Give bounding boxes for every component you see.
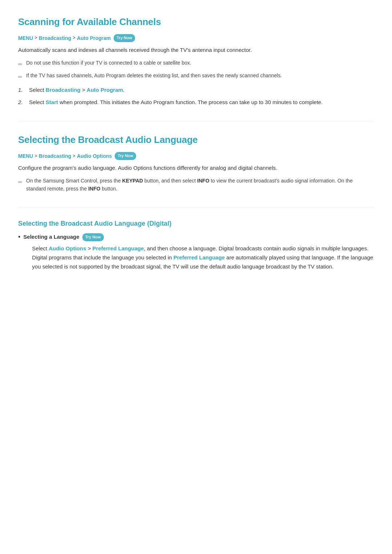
bullet-text-1: Selecting a Language Try Now Select Audi… xyxy=(23,233,374,271)
info-label-1: INFO xyxy=(197,178,209,184)
note-item-3: On the Samsung Smart Control, press the … xyxy=(18,177,374,193)
breadcrumb-broadcasting: Broadcasting xyxy=(39,34,71,42)
section-divider-1 xyxy=(18,121,374,122)
section2-breadcrumb: MENU > Broadcasting > Audio Options Try … xyxy=(18,152,374,160)
preferred-language-link-2: Preferred Language xyxy=(173,254,225,260)
section2-notes: On the Samsung Smart Control, press the … xyxy=(18,177,374,193)
section1-title: Scanning for Available Channels xyxy=(18,15,374,30)
pencil-icon-3 xyxy=(18,178,23,187)
section1-steps: 1. Select Broadcasting > Auto Program. 2… xyxy=(18,86,374,107)
section2-description: Configure the program's audio language. … xyxy=(18,164,374,173)
breadcrumb-sep2: > xyxy=(73,34,75,42)
step-number-1: 1. xyxy=(18,86,25,94)
section1-notes: Do not use this function if your TV is c… xyxy=(18,59,374,82)
section-audio-language-digital: Selecting the Broadcast Audio Language (… xyxy=(18,218,374,271)
section2-title: Selecting the Broadcast Audio Language xyxy=(18,132,374,148)
note-text-1: Do not use this function if your TV is c… xyxy=(26,59,374,67)
section-divider-2 xyxy=(18,207,374,208)
step2-link-start: Start xyxy=(46,99,58,105)
note-item-1: Do not use this function if your TV is c… xyxy=(18,59,374,69)
selecting-language-description: Select Audio Options > Preferred Languag… xyxy=(32,244,374,271)
step1-link-auto-program: Auto Program xyxy=(87,87,123,93)
try-now-badge-1[interactable]: Try Now xyxy=(114,34,135,42)
note-text-3: On the Samsung Smart Control, press the … xyxy=(26,177,374,193)
keypad-label: KEYPAD xyxy=(122,178,143,184)
breadcrumb2-menu: MENU xyxy=(18,152,33,160)
section-audio-language: Selecting the Broadcast Audio Language M… xyxy=(18,132,374,193)
step-text-2: Select Start when prompted. This initiat… xyxy=(29,98,374,107)
bullet-dot-1: • xyxy=(18,233,20,242)
note-item-2: If the TV has saved channels, Auto Progr… xyxy=(18,72,374,82)
breadcrumb2-sep1: > xyxy=(34,152,37,160)
try-now-badge-3[interactable]: Try Now xyxy=(82,233,104,241)
pencil-icon-1 xyxy=(18,60,23,69)
step-1: 1. Select Broadcasting > Auto Program. xyxy=(18,86,374,94)
breadcrumb2-broadcasting: Broadcasting xyxy=(39,152,71,160)
pencil-icon-2 xyxy=(18,73,23,82)
info-label-2: INFO xyxy=(88,186,100,192)
section3-title: Selecting the Broadcast Audio Language (… xyxy=(18,218,374,229)
audio-options-link: Audio Options xyxy=(49,245,86,251)
breadcrumb2-audio-options: Audio Options xyxy=(77,152,112,160)
step-text-1: Select Broadcasting > Auto Program. xyxy=(29,86,374,94)
section3-bullets: • Selecting a Language Try Now Select Au… xyxy=(18,233,374,271)
breadcrumb2-sep2: > xyxy=(73,152,75,160)
step1-link-broadcasting: Broadcasting xyxy=(46,87,81,93)
breadcrumb-auto-program: Auto Program xyxy=(77,34,111,42)
try-now-badge-2[interactable]: Try Now xyxy=(115,152,136,160)
note-text-2: If the TV has saved channels, Auto Progr… xyxy=(26,72,374,80)
breadcrumb-sep1: > xyxy=(34,34,37,42)
bullet-item-1: • Selecting a Language Try Now Select Au… xyxy=(18,233,374,271)
step-2: 2. Select Start when prompted. This init… xyxy=(18,98,374,107)
section1-description: Automatically scans and indexes all chan… xyxy=(18,46,374,55)
preferred-language-link-1: Preferred Language xyxy=(93,245,144,251)
section-scanning-channels: Scanning for Available Channels MENU > B… xyxy=(18,15,374,107)
step-number-2: 2. xyxy=(18,98,25,107)
breadcrumb-menu: MENU xyxy=(18,34,33,42)
selecting-language-label: Selecting a Language xyxy=(23,234,79,240)
section1-breadcrumb: MENU > Broadcasting > Auto Program Try N… xyxy=(18,34,374,42)
